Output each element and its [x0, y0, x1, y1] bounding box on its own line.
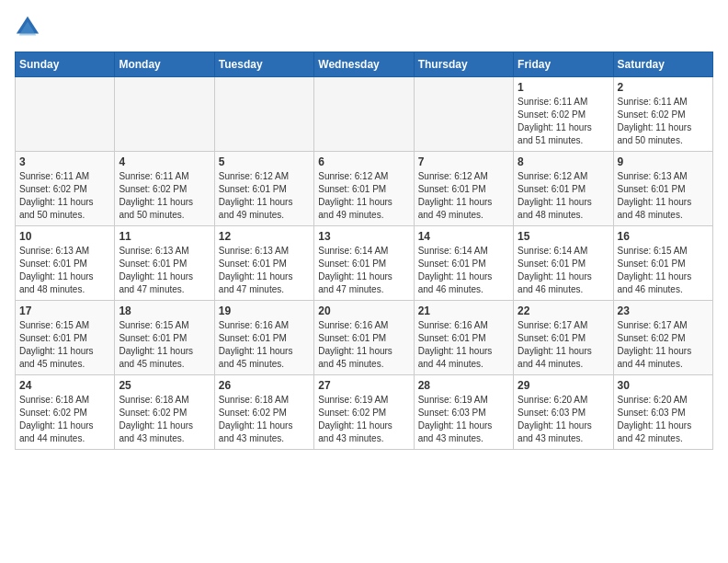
day-info: Sunrise: 6:16 AM Sunset: 6:01 PM Dayligh…	[318, 319, 409, 371]
calendar-cell: 17Sunrise: 6:15 AM Sunset: 6:01 PM Dayli…	[16, 301, 115, 375]
day-number: 25	[119, 379, 210, 392]
calendar-cell: 15Sunrise: 6:14 AM Sunset: 6:01 PM Dayli…	[514, 226, 613, 301]
day-number: 18	[119, 304, 210, 317]
calendar-cell: 10Sunrise: 6:13 AM Sunset: 6:01 PM Dayli…	[16, 226, 115, 301]
calendar-cell: 16Sunrise: 6:15 AM Sunset: 6:01 PM Dayli…	[613, 226, 712, 301]
calendar-cell: 26Sunrise: 6:18 AM Sunset: 6:02 PM Dayli…	[214, 375, 313, 450]
calendar-cell: 23Sunrise: 6:17 AM Sunset: 6:02 PM Dayli…	[613, 301, 712, 375]
calendar-cell	[115, 77, 214, 152]
day-info: Sunrise: 6:11 AM Sunset: 6:02 PM Dayligh…	[19, 170, 110, 222]
calendar-cell: 27Sunrise: 6:19 AM Sunset: 6:02 PM Dayli…	[314, 375, 414, 450]
day-number: 20	[318, 304, 409, 317]
day-info: Sunrise: 6:13 AM Sunset: 6:01 PM Dayligh…	[219, 245, 310, 296]
calendar-cell: 11Sunrise: 6:13 AM Sunset: 6:01 PM Dayli…	[115, 226, 214, 301]
calendar-cell: 7Sunrise: 6:12 AM Sunset: 6:01 PM Daylig…	[414, 152, 513, 226]
day-number: 26	[219, 379, 310, 392]
day-number: 4	[119, 155, 210, 168]
weekday-header: Sunday	[16, 52, 115, 77]
day-number: 1	[518, 81, 609, 94]
calendar-cell: 14Sunrise: 6:14 AM Sunset: 6:01 PM Dayli…	[414, 226, 513, 301]
day-info: Sunrise: 6:12 AM Sunset: 6:01 PM Dayligh…	[518, 170, 609, 222]
day-info: Sunrise: 6:14 AM Sunset: 6:01 PM Dayligh…	[318, 245, 409, 296]
day-info: Sunrise: 6:15 AM Sunset: 6:01 PM Dayligh…	[19, 319, 110, 371]
logo-icon	[15, 15, 40, 40]
day-info: Sunrise: 6:18 AM Sunset: 6:02 PM Dayligh…	[19, 394, 110, 445]
day-number: 15	[518, 230, 609, 243]
calendar-cell: 4Sunrise: 6:11 AM Sunset: 6:02 PM Daylig…	[115, 152, 214, 226]
calendar-cell: 19Sunrise: 6:16 AM Sunset: 6:01 PM Dayli…	[214, 301, 313, 375]
calendar-cell: 2Sunrise: 6:11 AM Sunset: 6:02 PM Daylig…	[613, 77, 712, 152]
calendar-cell: 20Sunrise: 6:16 AM Sunset: 6:01 PM Dayli…	[314, 301, 414, 375]
day-info: Sunrise: 6:17 AM Sunset: 6:01 PM Dayligh…	[518, 319, 609, 371]
day-number: 22	[518, 304, 609, 317]
day-info: Sunrise: 6:14 AM Sunset: 6:01 PM Dayligh…	[518, 245, 609, 296]
calendar-cell: 9Sunrise: 6:13 AM Sunset: 6:01 PM Daylig…	[613, 152, 712, 226]
day-number: 17	[19, 304, 110, 317]
day-number: 16	[618, 230, 709, 243]
calendar-week-row: 17Sunrise: 6:15 AM Sunset: 6:01 PM Dayli…	[16, 301, 713, 375]
day-number: 28	[418, 379, 509, 392]
day-info: Sunrise: 6:18 AM Sunset: 6:02 PM Dayligh…	[219, 394, 310, 445]
calendar-cell: 24Sunrise: 6:18 AM Sunset: 6:02 PM Dayli…	[16, 375, 115, 450]
calendar-cell: 12Sunrise: 6:13 AM Sunset: 6:01 PM Dayli…	[214, 226, 313, 301]
day-info: Sunrise: 6:19 AM Sunset: 6:03 PM Dayligh…	[418, 394, 509, 445]
day-info: Sunrise: 6:11 AM Sunset: 6:02 PM Dayligh…	[119, 170, 210, 222]
day-number: 24	[19, 379, 110, 392]
day-info: Sunrise: 6:15 AM Sunset: 6:01 PM Dayligh…	[119, 319, 210, 371]
day-info: Sunrise: 6:13 AM Sunset: 6:01 PM Dayligh…	[618, 170, 709, 222]
day-number: 19	[219, 304, 310, 317]
day-info: Sunrise: 6:16 AM Sunset: 6:01 PM Dayligh…	[418, 319, 509, 371]
day-info: Sunrise: 6:13 AM Sunset: 6:01 PM Dayligh…	[19, 245, 110, 296]
day-info: Sunrise: 6:13 AM Sunset: 6:01 PM Dayligh…	[119, 245, 210, 296]
calendar-week-row: 3Sunrise: 6:11 AM Sunset: 6:02 PM Daylig…	[16, 152, 713, 226]
calendar-week-row: 24Sunrise: 6:18 AM Sunset: 6:02 PM Dayli…	[16, 375, 713, 450]
day-info: Sunrise: 6:16 AM Sunset: 6:01 PM Dayligh…	[219, 319, 310, 371]
day-info: Sunrise: 6:18 AM Sunset: 6:02 PM Dayligh…	[119, 394, 210, 445]
day-info: Sunrise: 6:20 AM Sunset: 6:03 PM Dayligh…	[518, 394, 609, 445]
calendar-cell	[314, 77, 414, 152]
calendar-cell: 5Sunrise: 6:12 AM Sunset: 6:01 PM Daylig…	[214, 152, 313, 226]
day-number: 8	[518, 155, 609, 168]
day-info: Sunrise: 6:11 AM Sunset: 6:02 PM Dayligh…	[618, 96, 709, 147]
header	[15, 15, 713, 40]
calendar-cell	[214, 77, 313, 152]
day-number: 6	[318, 155, 409, 168]
weekday-header: Thursday	[414, 52, 513, 77]
calendar-cell	[414, 77, 513, 152]
weekday-header: Wednesday	[314, 52, 414, 77]
day-info: Sunrise: 6:12 AM Sunset: 6:01 PM Dayligh…	[219, 170, 310, 222]
calendar-week-row: 10Sunrise: 6:13 AM Sunset: 6:01 PM Dayli…	[16, 226, 713, 301]
calendar-cell: 3Sunrise: 6:11 AM Sunset: 6:02 PM Daylig…	[16, 152, 115, 226]
calendar-cell: 6Sunrise: 6:12 AM Sunset: 6:01 PM Daylig…	[314, 152, 414, 226]
day-number: 7	[418, 155, 509, 168]
day-info: Sunrise: 6:15 AM Sunset: 6:01 PM Dayligh…	[618, 245, 709, 296]
day-number: 12	[219, 230, 310, 243]
day-number: 30	[618, 379, 709, 392]
weekday-header: Tuesday	[214, 52, 313, 77]
calendar-header-row: SundayMondayTuesdayWednesdayThursdayFrid…	[16, 52, 713, 77]
day-number: 13	[318, 230, 409, 243]
calendar-week-row: 1Sunrise: 6:11 AM Sunset: 6:02 PM Daylig…	[16, 77, 713, 152]
calendar-cell: 22Sunrise: 6:17 AM Sunset: 6:01 PM Dayli…	[514, 301, 613, 375]
day-number: 5	[219, 155, 310, 168]
calendar-cell: 30Sunrise: 6:20 AM Sunset: 6:03 PM Dayli…	[613, 375, 712, 450]
day-number: 2	[618, 81, 709, 94]
calendar-cell: 8Sunrise: 6:12 AM Sunset: 6:01 PM Daylig…	[514, 152, 613, 226]
day-info: Sunrise: 6:17 AM Sunset: 6:02 PM Dayligh…	[618, 319, 709, 371]
calendar-cell: 28Sunrise: 6:19 AM Sunset: 6:03 PM Dayli…	[414, 375, 513, 450]
weekday-header: Friday	[514, 52, 613, 77]
day-number: 3	[19, 155, 110, 168]
day-info: Sunrise: 6:12 AM Sunset: 6:01 PM Dayligh…	[318, 170, 409, 222]
day-number: 10	[19, 230, 110, 243]
calendar-cell: 13Sunrise: 6:14 AM Sunset: 6:01 PM Dayli…	[314, 226, 414, 301]
day-number: 21	[418, 304, 509, 317]
day-number: 29	[518, 379, 609, 392]
calendar: SundayMondayTuesdayWednesdayThursdayFrid…	[15, 52, 713, 450]
day-info: Sunrise: 6:19 AM Sunset: 6:02 PM Dayligh…	[318, 394, 409, 445]
calendar-cell: 29Sunrise: 6:20 AM Sunset: 6:03 PM Dayli…	[514, 375, 613, 450]
day-number: 23	[618, 304, 709, 317]
page: SundayMondayTuesdayWednesdayThursdayFrid…	[0, 0, 728, 457]
day-number: 27	[318, 379, 409, 392]
weekday-header: Saturday	[613, 52, 712, 77]
calendar-cell: 25Sunrise: 6:18 AM Sunset: 6:02 PM Dayli…	[115, 375, 214, 450]
